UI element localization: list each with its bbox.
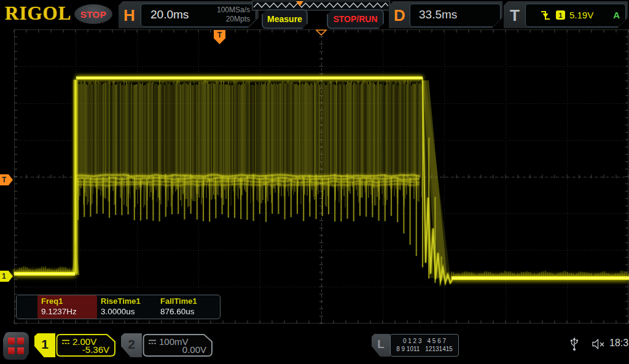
memory-depth: 20Mpts xyxy=(217,15,250,24)
delay-label: D xyxy=(394,4,405,26)
measurement-label: FallTime1 xyxy=(160,296,216,306)
channel1-tab[interactable]: 1 xyxy=(34,333,55,357)
measurement-item-falltime[interactable]: FallTime1 876.60us xyxy=(157,295,216,319)
display-center-marker[interactable] xyxy=(316,29,327,36)
bottom-status-bar: 1 2.00V -5.36V 2 100mV xyxy=(0,328,629,364)
measurement-label: RiseTime1 xyxy=(101,296,157,306)
memory-position-strip[interactable] xyxy=(252,1,390,10)
menu-grid-icon xyxy=(8,338,25,354)
horizontal-label: H xyxy=(123,4,135,26)
channel2-offset: 0.00V xyxy=(182,344,206,355)
logic-tab[interactable]: L xyxy=(372,334,390,357)
logic-channels-4-7: 4 5 6 7 xyxy=(428,338,447,345)
usb-icon xyxy=(570,337,579,351)
trigger-label: T xyxy=(510,4,520,26)
logic-channels-box: 0 1 2 3 4 5 6 7 8 9 1011 12131415 xyxy=(390,334,459,357)
horizontal-block[interactable]: H 20.0ms 100MSa/s 20Mpts xyxy=(119,1,259,28)
rigol-logo: RIGOL xyxy=(5,2,71,25)
measurement-label: Freq1 xyxy=(41,296,97,306)
trigger-source-badge: 1 xyxy=(556,10,565,20)
delay-value: 33.5ms xyxy=(419,8,457,21)
speaker-muted-icon xyxy=(592,339,605,349)
dc-coupling-icon xyxy=(61,339,70,345)
measurement-item-risetime[interactable]: RiseTime1 3.0000us xyxy=(97,295,157,319)
dc-coupling-icon xyxy=(148,339,157,345)
measurement-panel: Freq1 9.1237Hz RiseTime1 3.0000us FallTi… xyxy=(16,295,221,319)
falling-edge-icon xyxy=(540,9,551,21)
measurement-item-freq[interactable]: Freq1 9.1237Hz xyxy=(37,295,97,319)
logic-channels-12-15: 12131415 xyxy=(425,346,453,353)
memory-position-marker-icon[interactable] xyxy=(296,1,303,6)
channel1-offset: -5.36V xyxy=(82,344,109,355)
waveform-plot-area: T T 1 Freq1 9.1237Hz RiseTime1 3.0000us … xyxy=(0,29,629,328)
trigger-block[interactable]: T 1 5.19V A xyxy=(504,1,628,28)
timebase-scale: 20.0ms xyxy=(150,8,189,21)
waveform-display[interactable] xyxy=(0,29,629,328)
oscilloscope-screen: { "header": { "logo": "RIGOL", "run_stat… xyxy=(0,0,629,364)
clock: 18:35 xyxy=(609,338,629,349)
measure-button[interactable]: Measure xyxy=(262,9,308,29)
menu-button[interactable] xyxy=(3,332,29,360)
channel2-widget[interactable]: 2 100mV 0.00V xyxy=(121,333,214,357)
measurement-value: 3.0000us xyxy=(101,306,157,317)
acquisition-info: 100MSa/s 20Mpts xyxy=(217,6,250,24)
measurement-panel-spacer xyxy=(17,295,37,319)
top-status-bar: RIGOL STOP H 20.0ms 100MSa/s 20Mpts Meas… xyxy=(0,0,629,29)
delay-block[interactable]: D 33.5ms xyxy=(389,1,502,28)
measurement-value: 876.60us xyxy=(160,306,216,317)
run-state-indicator: STOP xyxy=(74,4,112,24)
trigger-level-value: 5.19V xyxy=(569,10,593,20)
channel1-widget[interactable]: 1 2.00V -5.36V xyxy=(34,333,117,357)
stop-run-button[interactable]: STOP/RUN xyxy=(327,9,384,29)
logic-channels-0-3: 0 1 2 3 xyxy=(403,338,422,345)
channel2-tab[interactable]: 2 xyxy=(121,333,142,357)
logic-analyzer-widget[interactable]: L 0 1 2 3 4 5 6 7 8 9 1011 12131415 xyxy=(372,334,459,357)
measurement-value: 9.1237Hz xyxy=(41,306,97,317)
logic-channels-8-11: 8 9 1011 xyxy=(396,346,420,353)
trigger-sweep-mode: A xyxy=(613,10,620,20)
sample-rate: 100MSa/s xyxy=(217,6,250,15)
memory-waveform-icon xyxy=(252,1,388,9)
